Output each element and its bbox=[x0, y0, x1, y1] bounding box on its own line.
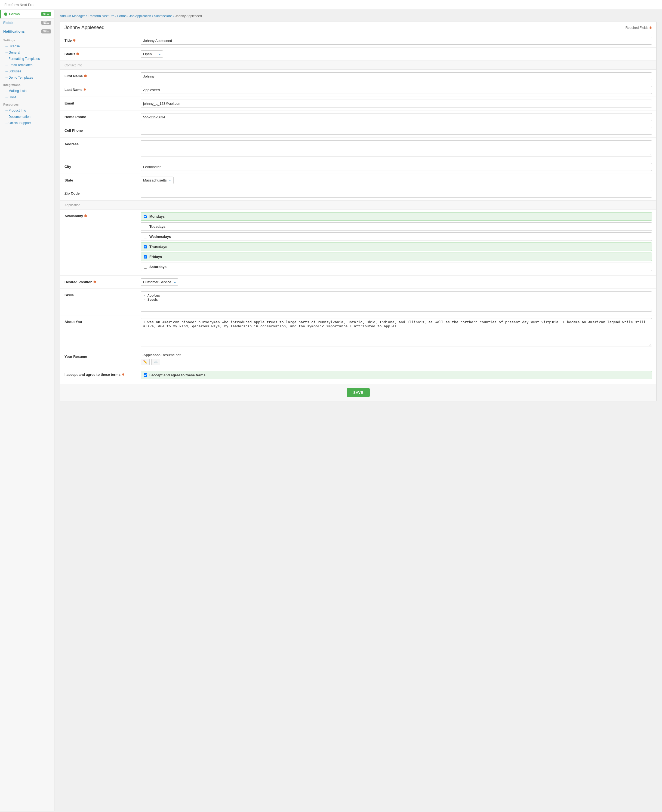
cell-phone-field bbox=[141, 127, 652, 135]
city-input[interactable] bbox=[141, 163, 652, 171]
availability-wednesdays: Wednesdays bbox=[141, 232, 652, 241]
required-note: Required Fields ✱ bbox=[625, 26, 652, 30]
cell-phone-input[interactable] bbox=[141, 127, 652, 135]
sidebar-link-mailing-lists[interactable]: -- Mailing Lists bbox=[0, 88, 54, 94]
title-row: Title ✱ bbox=[60, 34, 656, 48]
tuesdays-checkbox[interactable] bbox=[144, 225, 147, 228]
terms-row: I accept and agree to these terms ✱ I ac… bbox=[60, 368, 656, 384]
breadcrumb-addon-manager[interactable]: Add-On Manager bbox=[60, 14, 85, 18]
contact-info-title: Contact Info bbox=[64, 63, 82, 67]
state-select-wrapper: Massachusetts Alabama Alaska Arizona Ark… bbox=[141, 177, 174, 184]
tuesdays-label[interactable]: Tuesdays bbox=[149, 225, 166, 228]
resume-label: Your Resume bbox=[64, 353, 141, 359]
terms-checkbox[interactable] bbox=[144, 373, 147, 377]
about-you-textarea[interactable]: I was an American pioneer nurseryman who… bbox=[141, 318, 652, 346]
saturdays-label[interactable]: Saturdays bbox=[149, 265, 167, 269]
breadcrumb-submissions[interactable]: Submissions bbox=[154, 14, 172, 18]
required-note-text: Required Fields bbox=[625, 26, 649, 30]
skills-label: Skills bbox=[64, 291, 141, 297]
status-field: Open Closed Pending bbox=[141, 50, 652, 58]
address-textarea[interactable] bbox=[141, 140, 652, 156]
form-title: Johnny Appleseed bbox=[64, 25, 104, 31]
zip-code-input[interactable] bbox=[141, 190, 652, 198]
breadcrumb-job-application[interactable]: Job Application bbox=[129, 14, 151, 18]
fields-new-button[interactable]: NEW bbox=[41, 21, 51, 25]
breadcrumb: Add-On Manager / Freeform Next Pro / For… bbox=[60, 14, 657, 18]
sidebar-link-email-templates[interactable]: -- Email Templates bbox=[0, 62, 54, 68]
save-button[interactable]: SAVE bbox=[347, 388, 370, 397]
saturdays-checkbox[interactable] bbox=[144, 265, 147, 269]
title-label: Title ✱ bbox=[64, 37, 141, 42]
about-you-row: About You I was an American pioneer nurs… bbox=[60, 315, 656, 350]
forms-new-button[interactable]: NEW bbox=[41, 12, 51, 16]
sidebar-forms-label: Forms bbox=[9, 12, 20, 16]
thursdays-checkbox[interactable] bbox=[144, 245, 147, 248]
app-header: Freeform Next Pro bbox=[0, 0, 662, 10]
city-row: City bbox=[60, 160, 656, 174]
mondays-checkbox[interactable] bbox=[144, 215, 147, 218]
availability-tuesdays: Tuesdays bbox=[141, 222, 652, 231]
file-edit-button[interactable]: ✏️ bbox=[141, 359, 149, 365]
resume-filename: J-Appleseed-Resume.pdf bbox=[141, 353, 652, 357]
email-input[interactable] bbox=[141, 100, 652, 108]
email-field bbox=[141, 100, 652, 108]
email-row: Email bbox=[60, 97, 656, 111]
skills-field: - Apples - Seeds bbox=[141, 291, 652, 312]
sidebar-link-general[interactable]: -- General bbox=[0, 49, 54, 56]
home-phone-label: Home Phone bbox=[64, 113, 141, 119]
wednesdays-label[interactable]: Wednesdays bbox=[149, 235, 171, 239]
address-label: Address bbox=[64, 140, 141, 146]
app-title: Freeform Next Pro bbox=[4, 3, 34, 7]
terms-option-label[interactable]: I accept and agree to these terms bbox=[149, 373, 206, 377]
sidebar-item-notifications[interactable]: Notifications NEW bbox=[0, 27, 54, 36]
notifications-new-button[interactable]: NEW bbox=[41, 29, 51, 34]
zip-code-row: Zip Code bbox=[60, 187, 656, 201]
integrations-section-title: Integrations bbox=[0, 80, 54, 88]
status-label: Status ✱ bbox=[64, 50, 141, 56]
sidebar-link-demo-templates[interactable]: -- Demo Templates bbox=[0, 74, 54, 80]
sidebar-link-product-info[interactable]: -- Product Info bbox=[0, 107, 54, 114]
desired-position-select-wrapper: Customer Service Manager Sales Technical… bbox=[141, 278, 178, 286]
state-select[interactable]: Massachusetts Alabama Alaska Arizona Ark… bbox=[141, 177, 174, 184]
first-name-input[interactable] bbox=[141, 72, 652, 80]
fridays-label[interactable]: Fridays bbox=[149, 255, 162, 259]
breadcrumb-freeform[interactable]: Freeform Next Pro bbox=[88, 14, 114, 18]
application-section: Application bbox=[60, 201, 656, 209]
forms-active-indicator bbox=[4, 13, 7, 16]
breadcrumb-forms[interactable]: Forms bbox=[117, 14, 127, 18]
city-label: City bbox=[64, 163, 141, 169]
settings-section-title: Settings bbox=[0, 36, 54, 43]
sidebar-link-license[interactable]: -- License bbox=[0, 43, 54, 49]
desired-position-select[interactable]: Customer Service Manager Sales Technical… bbox=[141, 278, 178, 286]
title-input[interactable] bbox=[141, 37, 652, 45]
cell-phone-label: Cell Phone bbox=[64, 127, 141, 132]
sidebar-link-documentation[interactable]: -- Documentation bbox=[0, 114, 54, 120]
about-you-label: About You bbox=[64, 318, 141, 324]
skills-textarea[interactable]: - Apples - Seeds bbox=[141, 291, 652, 312]
status-select[interactable]: Open Closed Pending bbox=[141, 50, 163, 58]
sidebar-item-fields[interactable]: Fields NEW bbox=[0, 19, 54, 27]
terms-option: I accept and agree to these terms bbox=[141, 371, 652, 379]
sidebar-link-statuses[interactable]: -- Statuses bbox=[0, 68, 54, 74]
desired-position-row: Desired Position ✱ Customer Service Mana… bbox=[60, 276, 656, 289]
mondays-label[interactable]: Mondays bbox=[149, 214, 165, 219]
thursdays-label[interactable]: Thursdays bbox=[149, 244, 167, 249]
last-name-input[interactable] bbox=[141, 86, 652, 94]
first-name-label: First Name ✱ bbox=[64, 72, 141, 78]
sidebar-link-official-support[interactable]: -- Official Support bbox=[0, 120, 54, 126]
file-upload-button[interactable]: ☁️ bbox=[151, 359, 160, 365]
sidebar-link-formatting-templates[interactable]: -- Formatting Templates bbox=[0, 56, 54, 62]
fridays-checkbox[interactable] bbox=[144, 255, 147, 259]
availability-row: Availability ✱ Mondays Tuesdays bbox=[60, 209, 656, 276]
availability-mondays: Mondays bbox=[141, 212, 652, 221]
skills-row: Skills - Apples - Seeds bbox=[60, 289, 656, 315]
sidebar-link-crm[interactable]: -- CRM bbox=[0, 94, 54, 100]
state-row: State Massachusetts Alabama Alaska Arizo… bbox=[60, 174, 656, 187]
form-panel: Johnny Appleseed Required Fields ✱ Title… bbox=[60, 21, 657, 401]
home-phone-input[interactable] bbox=[141, 113, 652, 121]
terms-label: I accept and agree to these terms ✱ bbox=[64, 371, 141, 376]
form-panel-header: Johnny Appleseed Required Fields ✱ bbox=[60, 21, 656, 34]
availability-label: Availability ✱ bbox=[64, 212, 141, 218]
sidebar-item-forms[interactable]: Forms NEW bbox=[0, 10, 54, 19]
wednesdays-checkbox[interactable] bbox=[144, 235, 147, 238]
